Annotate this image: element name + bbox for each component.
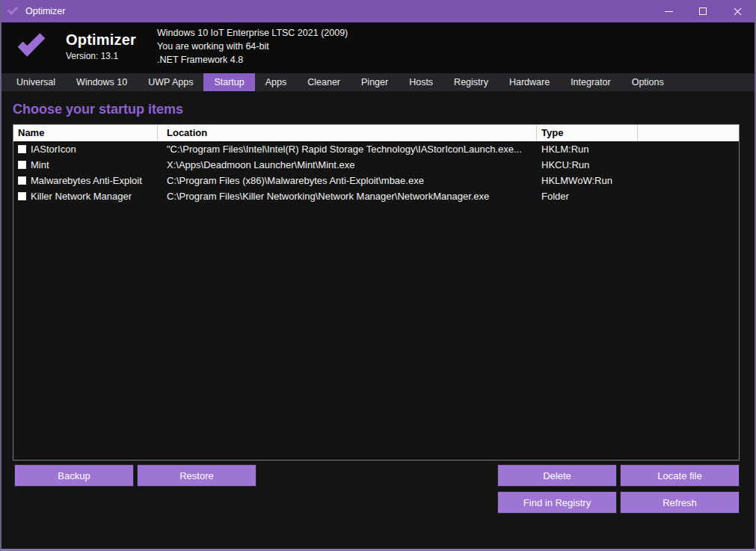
table-row[interactable]: IAStorIcon"C:\Program Files\Intel\Intel(…: [13, 141, 739, 157]
footer-spacer: [259, 464, 494, 487]
column-header-type[interactable]: Type: [537, 125, 638, 141]
item-name: Mint: [31, 157, 49, 173]
item-type: HKLM:Run: [537, 141, 638, 157]
window-controls: [651, 0, 755, 22]
row-checkbox[interactable]: [18, 176, 26, 185]
action-buttons: Backup Restore Delete Locate file Find i…: [13, 464, 740, 514]
column-header-blank[interactable]: [638, 125, 739, 141]
tab-apps[interactable]: Apps: [255, 73, 298, 91]
item-location: C:\Program Files\Killer Networking\Netwo…: [158, 188, 537, 204]
footer-spacer: [13, 491, 494, 514]
tab-integrator[interactable]: Integrator: [560, 73, 621, 91]
system-info-line: Windows 10 IoT Enterprise LTSC 2021 (200…: [157, 26, 348, 40]
table-row[interactable]: Killer Network ManagerC:\Program Files\K…: [13, 188, 739, 204]
startup-items-table: NameLocationType IAStorIcon"C:\Program F…: [13, 124, 740, 461]
system-info-line: .NET Framework 4.8: [157, 53, 348, 67]
item-name: Malwarebytes Anti-Exploit: [31, 173, 142, 188]
maximize-button[interactable]: [686, 0, 720, 22]
app-version: Version: 13.1: [66, 51, 136, 61]
tab-cleaner[interactable]: Cleaner: [297, 73, 351, 91]
backup-button[interactable]: Backup: [14, 464, 134, 487]
item-location: X:\Apps\Deadmoon Launcher\Mint\Mint.exe: [158, 157, 537, 173]
titlebar[interactable]: Optimizer: [1, 0, 755, 22]
optimizer-logo-icon: [12, 27, 51, 66]
page-title: Choose your startup items: [13, 102, 740, 120]
close-button[interactable]: [720, 0, 755, 22]
item-name: IAStorIcon: [31, 141, 76, 157]
tab-pinger[interactable]: Pinger: [351, 73, 399, 91]
tab-options[interactable]: Options: [621, 73, 674, 91]
startup-page: Choose your startup items NameLocationTy…: [1, 91, 755, 549]
window-title: Optimizer: [25, 6, 65, 16]
tab-registry[interactable]: Registry: [443, 73, 499, 91]
tab-universal[interactable]: Universal: [6, 73, 66, 91]
tab-hosts[interactable]: Hosts: [399, 73, 443, 91]
item-type: HKCU:Run: [537, 157, 638, 173]
table-header-row: NameLocationType: [13, 125, 739, 141]
tab-uwp-apps[interactable]: UWP Apps: [138, 73, 203, 91]
item-type: Folder: [537, 188, 638, 204]
system-info: Windows 10 IoT Enterprise LTSC 2021 (200…: [157, 26, 348, 67]
item-location: "C:\Program Files\Intel\Intel(R) Rapid S…: [158, 141, 537, 157]
row-checkbox[interactable]: [18, 161, 26, 169]
minimize-button[interactable]: [651, 0, 686, 22]
app-name: Optimizer: [66, 31, 136, 49]
app-header: Optimizer Version: 13.1 Windows 10 IoT E…: [1, 22, 755, 73]
maximize-icon: [699, 7, 707, 15]
minimize-icon: [665, 11, 673, 12]
tab-hardware[interactable]: Hardware: [499, 73, 560, 91]
item-type: HKLMWoW:Run: [537, 173, 638, 188]
delete-button[interactable]: Delete: [497, 464, 617, 487]
item-name: Killer Network Manager: [31, 188, 132, 204]
column-header-location[interactable]: Location: [158, 125, 537, 141]
item-location: C:\Program Files (x86)\Malwarebytes Anti…: [158, 173, 537, 188]
optimizer-window: Optimizer Optimizer Version: 13.1 Window…: [0, 0, 756, 551]
tab-bar: UniversalWindows 10UWP AppsStartupAppsCl…: [1, 73, 755, 91]
find-in-registry-button[interactable]: Find in Registry: [497, 491, 617, 514]
restore-button[interactable]: Restore: [137, 464, 256, 487]
app-title-block: Optimizer Version: 13.1: [66, 31, 136, 61]
row-checkbox[interactable]: [18, 192, 26, 200]
close-icon: [733, 7, 743, 16]
system-info-line: You are working with 64-bit: [157, 40, 348, 53]
locate-file-button[interactable]: Locate file: [620, 464, 740, 487]
table-row[interactable]: MintX:\Apps\Deadmoon Launcher\Mint\Mint.…: [13, 157, 739, 173]
tab-windows-10[interactable]: Windows 10: [66, 73, 138, 91]
refresh-button[interactable]: Refresh: [620, 491, 740, 514]
table-body: IAStorIcon"C:\Program Files\Intel\Intel(…: [13, 141, 739, 460]
app-check-icon: [7, 4, 19, 15]
column-header-name[interactable]: Name: [13, 125, 158, 141]
row-checkbox[interactable]: [18, 145, 26, 153]
tab-startup[interactable]: Startup: [203, 73, 254, 91]
table-row[interactable]: Malwarebytes Anti-ExploitC:\Program File…: [13, 173, 739, 188]
